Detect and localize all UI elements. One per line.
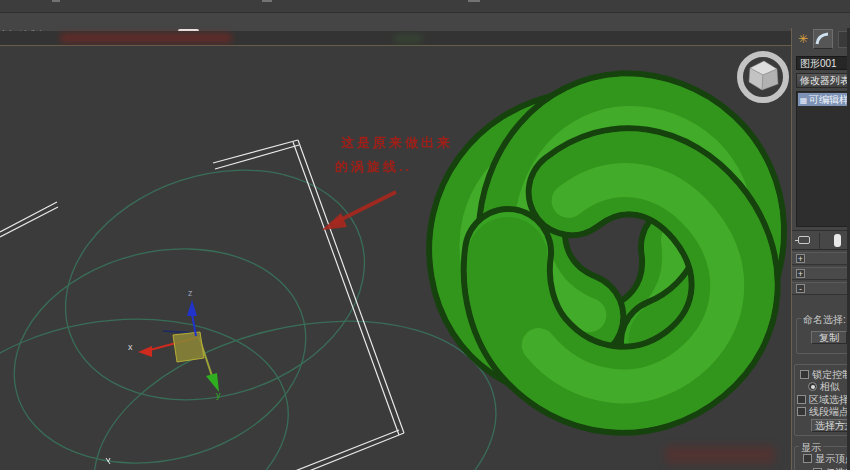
rollout-toggle[interactable]: + bbox=[796, 254, 805, 263]
rollout-interpolation[interactable]: + bbox=[792, 267, 850, 280]
stack-row-label: 可编辑样条线 bbox=[809, 94, 850, 105]
object-name-field[interactable]: 图形001 bbox=[796, 56, 850, 70]
tab-modify[interactable] bbox=[813, 29, 833, 49]
named-selection-group: 命名选择: 复制 bbox=[796, 318, 850, 354]
copy-button[interactable]: 复制 bbox=[811, 331, 847, 344]
segment-end-row[interactable]: 线段端点 bbox=[797, 406, 849, 417]
green-smudge bbox=[393, 34, 423, 43]
display-group: 显示 显示顶点编号 仅选定 bbox=[794, 446, 850, 470]
divider bbox=[819, 233, 820, 249]
viewcube[interactable] bbox=[740, 54, 786, 100]
segment-end-label: 线段端点 bbox=[809, 406, 849, 417]
rollout-toggle[interactable]: - bbox=[796, 284, 805, 293]
checkbox[interactable] bbox=[797, 407, 806, 416]
toolbar-remnant-icon bbox=[262, 0, 272, 2]
toolbar-strip-middle: 对象绘制 ▾ ▾ bbox=[0, 13, 850, 31]
viewport-canvas: x z y bbox=[0, 46, 792, 470]
modifier-list-dropdown[interactable]: 修改器列表 bbox=[796, 73, 850, 88]
pin-stack-icon[interactable] bbox=[798, 236, 810, 244]
alike-radio-row[interactable]: 相似 bbox=[808, 381, 840, 392]
stack-row-editable-spline[interactable]: ▦可编辑样条线 bbox=[798, 93, 850, 106]
rollout-area: + + - 命名选择: 复制 锁定控制柄 相似 区域选择 线段端点 选择方式 显… bbox=[792, 252, 850, 470]
annotation-text-line1: 这是原来做出来 bbox=[341, 134, 453, 152]
toolbar-strip-bottom bbox=[0, 31, 850, 46]
move-gizmo[interactable]: x z y bbox=[128, 288, 221, 400]
command-panel: ✳ 图形001 修改器列表 ▦可编辑样条线 + + - bbox=[791, 28, 850, 470]
toolbar-remnant-icon bbox=[468, 0, 480, 2]
area-selection-label: 区域选择 bbox=[809, 394, 849, 405]
z-axis-label: z bbox=[188, 288, 193, 298]
perspective-viewport[interactable]: x z y 这是原来做出来 的涡旋线.. bbox=[0, 46, 792, 470]
checkbox[interactable] bbox=[803, 454, 812, 463]
torus-knot-object[interactable] bbox=[472, 79, 783, 432]
radio-selected[interactable] bbox=[808, 382, 817, 391]
x-axis-label: x bbox=[128, 342, 133, 352]
rollout-rendering[interactable]: + bbox=[792, 252, 850, 265]
select-by-button[interactable]: 选择方式 bbox=[811, 419, 850, 432]
xy-plane-handle[interactable] bbox=[173, 332, 204, 362]
red-watermark-smudge bbox=[665, 446, 775, 464]
toolbar-strip-top bbox=[0, 0, 850, 13]
create-tab-icon[interactable]: ✳ bbox=[798, 32, 808, 46]
modify-icon bbox=[814, 30, 832, 48]
rectangle-spline[interactable] bbox=[0, 140, 404, 470]
annotation-text-line2: 的涡旋线.. bbox=[335, 158, 412, 176]
rollout-selection[interactable]: - bbox=[792, 282, 850, 295]
alike-label: 相似 bbox=[820, 381, 840, 392]
3dsmax-window: 对象绘制 ▾ ▾ bbox=[0, 0, 850, 470]
lock-handles-label: 锁定控制柄 bbox=[812, 369, 850, 380]
x-axis-arrowhead bbox=[138, 346, 152, 357]
rollout-toggle[interactable]: + bbox=[796, 269, 805, 278]
named-selection-label: 命名选择: bbox=[801, 313, 848, 327]
stack-toolbar bbox=[792, 230, 850, 250]
lock-handles-row[interactable]: 锁定控制柄 bbox=[800, 369, 850, 380]
area-selection-row[interactable]: 区域选择 bbox=[797, 394, 849, 405]
show-vertex-numbers-label: 显示顶点编号 bbox=[815, 453, 850, 464]
checkbox[interactable] bbox=[800, 370, 809, 379]
spline-icon: ▦ bbox=[798, 94, 809, 107]
command-panel-tabs: ✳ bbox=[792, 28, 850, 52]
y-axis-label: y bbox=[216, 390, 221, 400]
modifier-stack[interactable]: ▦可编辑样条线 bbox=[796, 91, 850, 227]
configure-modifier-icon[interactable] bbox=[834, 234, 841, 247]
selection-options-group: 锁定控制柄 相似 区域选择 线段端点 选择方式 bbox=[794, 364, 850, 436]
checkbox[interactable] bbox=[797, 395, 806, 404]
z-axis-arrowhead bbox=[187, 300, 197, 316]
toolbar-remnant-icon bbox=[52, 0, 60, 2]
show-vertex-numbers-row[interactable]: 显示顶点编号 bbox=[803, 453, 850, 464]
red-watermark-smudge bbox=[60, 33, 232, 43]
